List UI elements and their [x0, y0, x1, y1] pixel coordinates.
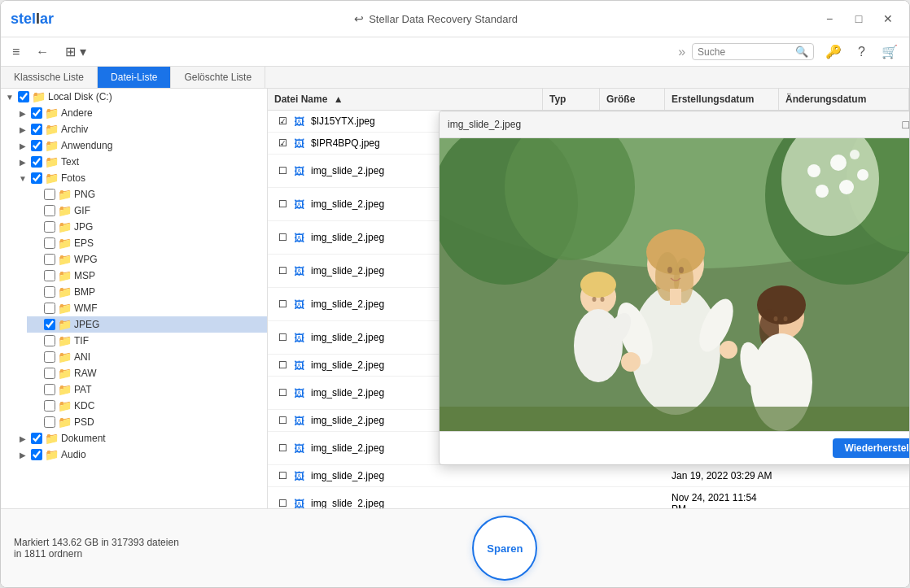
tree-item-fotos[interactable]: ▼ 📁 Fotos — [14, 170, 267, 186]
tree-item-ani[interactable]: ▶ 📁 ANI — [27, 349, 267, 365]
table-row[interactable]: ☐ 🖼 img_slide_2.jpeg Nov 24, 2021 11:54 … — [268, 487, 909, 508]
tree-item-dokument[interactable]: ▶ 📁 Dokument — [14, 430, 267, 446]
tree-toggle-root[interactable]: ▼ — [4, 93, 15, 102]
back-button[interactable]: ← — [31, 41, 54, 63]
tree-check-jpg[interactable] — [44, 221, 55, 233]
tree-item-png[interactable]: ▶ 📁 PNG — [27, 186, 267, 203]
maximize-button[interactable]: □ — [847, 7, 870, 30]
tree-item-text[interactable]: ▶ 📁 Text — [14, 154, 267, 170]
tree-check-wpg[interactable] — [44, 254, 55, 265]
table-row[interactable]: ☐ 🖼 img_slide_2.jpeg Jan 19, 2022 03:29 … — [268, 465, 909, 487]
tree-item-pat[interactable]: ▶ 📁 PAT — [27, 381, 267, 398]
tree-check-png[interactable] — [44, 189, 55, 200]
tree-check-tif[interactable] — [44, 335, 55, 346]
tree-check-text[interactable] — [31, 156, 42, 168]
tree-toggle-dokument[interactable]: ▶ — [17, 434, 28, 443]
col-header-grosse[interactable]: Größe — [600, 89, 665, 110]
row-check[interactable]: ☐ — [274, 442, 291, 454]
tree-toggle-archiv[interactable]: ▶ — [17, 125, 28, 134]
tree-root[interactable]: ▼ 📁 Local Disk (C:) — [1, 89, 267, 105]
row-check[interactable]: ☑ — [274, 115, 291, 127]
col-header-erstell[interactable]: Erstellungsdatum — [665, 89, 779, 110]
tree-check-root[interactable] — [18, 91, 29, 102]
row-check[interactable]: ☐ — [274, 265, 291, 277]
menu-button[interactable]: ≡ — [7, 41, 24, 63]
tree-item-raw[interactable]: ▶ 📁 RAW — [27, 365, 267, 381]
tree-check-kdc[interactable] — [44, 400, 55, 412]
tree-item-archiv[interactable]: ▶ 📁 Archiv — [14, 121, 267, 137]
row-check[interactable]: ☐ — [274, 387, 291, 399]
row-check[interactable]: ☐ — [274, 498, 291, 508]
svg-point-25 — [720, 341, 737, 359]
tree-check-anwendung[interactable] — [31, 140, 42, 151]
col-header-and[interactable]: Änderungsdatum — [779, 89, 909, 110]
preview-restore-btn[interactable]: □ — [899, 116, 909, 133]
tree-check-pat[interactable] — [44, 384, 55, 395]
main-content: ▼ 📁 Local Disk (C:) ▶ 📁 Andere ▶ 📁 — [1, 89, 909, 508]
save-button[interactable]: Sparen — [472, 516, 537, 581]
tree-item-gif[interactable]: ▶ 📁 GIF — [27, 203, 267, 219]
tree-item-audio[interactable]: ▶ 📁 Audio — [14, 446, 267, 463]
tree-check-fotos[interactable] — [31, 172, 42, 184]
grid-button[interactable]: ⊞ ▾ — [60, 41, 90, 63]
key-button[interactable]: 🔑 — [820, 41, 847, 63]
tree-check-raw[interactable] — [44, 368, 55, 379]
row-check[interactable]: ☐ — [274, 332, 291, 343]
tree-toggle-anwendung[interactable]: ▶ — [17, 142, 28, 150]
tree-item-jpg[interactable]: ▶ 📁 JPG — [27, 219, 267, 235]
tree-check-psd[interactable] — [44, 416, 55, 428]
row-check[interactable]: ☐ — [274, 415, 291, 426]
search-button[interactable]: 🔍 — [795, 46, 808, 58]
file-name: img_slide_2.jpeg — [311, 232, 384, 243]
row-check[interactable]: ☐ — [274, 359, 291, 371]
tree-item-wmf[interactable]: ▶ 📁 WMF — [27, 300, 267, 316]
tab-geloschte[interactable]: Gelöschte Liste — [171, 67, 265, 88]
tree-check-archiv[interactable] — [31, 124, 42, 135]
help-button[interactable]: ? — [853, 41, 870, 63]
tab-klassische[interactable]: Klassische Liste — [1, 67, 98, 88]
tree-item-psd[interactable]: ▶ 📁 PSD — [27, 414, 267, 430]
tree-item-bmp[interactable]: ▶ 📁 BMP — [27, 284, 267, 300]
minimize-button[interactable]: − — [818, 7, 841, 30]
restore-button[interactable]: Wiederherstellen — [833, 438, 909, 458]
tree-check-wmf[interactable] — [44, 303, 55, 314]
tree-toggle-andere[interactable]: ▶ — [17, 109, 28, 118]
tree-label-jpeg: JPEG — [74, 319, 99, 330]
tree-check-jpeg[interactable] — [44, 319, 55, 330]
tree-check-eps[interactable] — [44, 237, 55, 249]
col-header-typ[interactable]: Typ — [543, 89, 600, 110]
tree-item-andere[interactable]: ▶ 📁 Andere — [14, 105, 267, 121]
tree-check-msp[interactable] — [44, 270, 55, 281]
tree-check-ani[interactable] — [44, 351, 55, 363]
row-check[interactable]: ☐ — [274, 298, 291, 310]
row-check[interactable]: ☐ — [274, 165, 291, 176]
folder-icon-raw: 📁 — [58, 367, 72, 380]
file-name: img_slide_2.jpeg — [311, 298, 384, 310]
close-button[interactable]: ✕ — [877, 7, 899, 30]
tree-toggle-fotos[interactable]: ▼ — [17, 174, 28, 183]
tree-item-anwendung[interactable]: ▶ 📁 Anwendung — [14, 137, 267, 154]
tree-item-jpeg[interactable]: ▶ 📁 JPEG — [27, 316, 267, 333]
row-check[interactable]: ☐ — [274, 232, 291, 243]
tree-check-andere[interactable] — [31, 107, 42, 119]
svg-point-7 — [807, 164, 820, 177]
tree-check-dokument[interactable] — [31, 433, 42, 444]
cart-button[interactable]: 🛒 — [877, 41, 903, 63]
filelist: Datei Name ▲ Typ Größe Erstellungsdatum … — [268, 89, 909, 508]
tree-check-bmp[interactable] — [44, 286, 55, 298]
col-header-name[interactable]: Datei Name ▲ — [268, 89, 543, 110]
tree-item-msp[interactable]: ▶ 📁 MSP — [27, 268, 267, 284]
search-input[interactable] — [698, 46, 795, 58]
row-check[interactable]: ☐ — [274, 470, 291, 481]
tree-item-kdc[interactable]: ▶ 📁 KDC — [27, 398, 267, 414]
tree-item-tif[interactable]: ▶ 📁 TIF — [27, 333, 267, 349]
row-check[interactable]: ☑ — [274, 137, 291, 149]
tree-item-wpg[interactable]: ▶ 📁 WPG — [27, 251, 267, 268]
tree-check-audio[interactable] — [31, 449, 42, 460]
tree-toggle-audio[interactable]: ▶ — [17, 451, 28, 460]
tree-toggle-text[interactable]: ▶ — [17, 158, 28, 167]
tree-item-eps[interactable]: ▶ 📁 EPS — [27, 235, 267, 251]
tree-check-gif[interactable] — [44, 205, 55, 216]
row-check[interactable]: ☐ — [274, 198, 291, 210]
tab-datei[interactable]: Datei-Liste — [98, 67, 171, 88]
